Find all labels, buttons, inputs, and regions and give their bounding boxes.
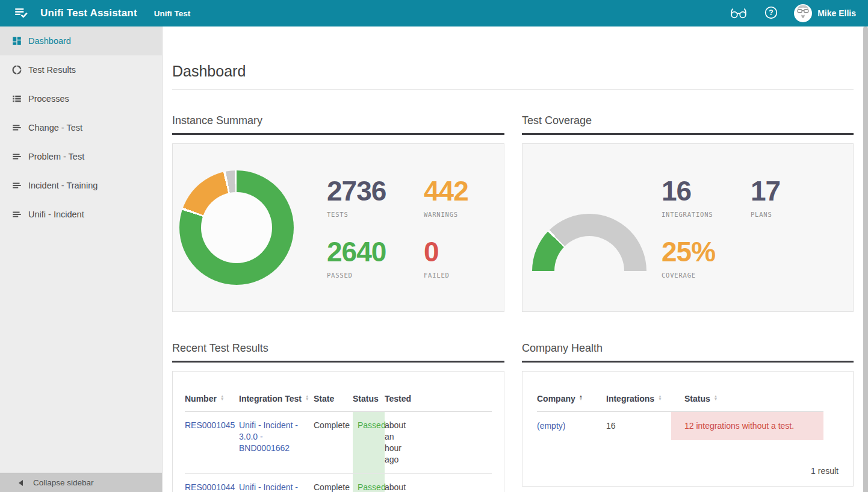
sidebar-item-label: Dashboard <box>28 36 71 46</box>
column-header-integration-test[interactable]: Integration Test▲▼ <box>239 388 314 412</box>
column-header-company[interactable]: Company▲▼ <box>537 388 606 412</box>
stat-plans: 17 PLANS <box>751 176 780 218</box>
section-title: Test Coverage <box>522 113 854 135</box>
main-content: Dashboard Instance Summary 2736 TESTS <box>163 26 863 492</box>
status-badge: Passed <box>353 412 385 474</box>
glasses-icon <box>729 5 748 22</box>
test-coverage-section: Test Coverage 16 INTEGRATIONS 17 PLANS <box>522 90 854 312</box>
column-header-status[interactable]: Status▲▼ <box>671 388 823 412</box>
user-name[interactable]: Mike Ellis <box>817 8 856 18</box>
sort-icon: ▲▼ <box>658 394 662 401</box>
integration-test-link[interactable]: Unifi - Incident - 3.0.0 - BND0001662 <box>239 420 298 453</box>
stat-value: 2640 <box>327 237 424 266</box>
stat-label: COVERAGE <box>662 272 751 279</box>
stat-failed: 0 FAILED <box>424 237 468 279</box>
svg-text:?: ? <box>769 8 773 17</box>
menu-toggle-button[interactable] <box>12 4 30 22</box>
stat-label: WARNINGS <box>424 211 468 218</box>
sort-asc-icon: ▲▼ <box>579 394 583 401</box>
column-header-number[interactable]: Number▲▼ <box>185 388 239 412</box>
help-button[interactable]: ? <box>764 5 778 22</box>
sidebar-item-processes[interactable]: Processes <box>0 84 162 113</box>
stat-passed: 2640 PASSED <box>327 237 424 279</box>
stat-value: 442 <box>424 176 468 205</box>
instance-summary-section: Instance Summary 2736 TESTS 442 WARNINGS <box>172 90 504 312</box>
stat-label: INTEGRATIONS <box>662 211 751 218</box>
collapse-label: Collapse sidebar <box>33 478 94 487</box>
recent-test-results-card: Number▲▼ Integration Test▲▼ State Status… <box>172 371 504 492</box>
result-number-link[interactable]: RES0001045 <box>185 420 235 430</box>
dashboard-grid: Instance Summary 2736 TESTS 442 WARNINGS <box>172 90 854 492</box>
donut-hole <box>201 192 272 263</box>
test-coverage-stats: 16 INTEGRATIONS 17 PLANS 25% COVERAGE <box>662 176 780 279</box>
company-health-table: Company▲▼ Integrations▲▼ Status▲▼ (empty… <box>537 388 823 440</box>
sidebar-item-unifi-incident[interactable]: Unifi - Incident <box>0 200 162 229</box>
sidebar-nav: Dashboard Test Results Processes <box>0 26 162 229</box>
collapse-arrow-icon <box>19 480 23 486</box>
stat-coverage: 25% COVERAGE <box>662 237 751 279</box>
column-header-state[interactable]: State <box>314 388 353 412</box>
sidebar-item-change-test[interactable]: Change - Test <box>0 113 162 142</box>
instance-summary-card: 2736 TESTS 442 WARNINGS 2640 PASSED 0 <box>172 143 504 312</box>
sidebar-item-dashboard[interactable]: Dashboard <box>0 26 162 55</box>
stat-value: 2736 <box>327 176 424 205</box>
vertical-scrollbar[interactable] <box>863 26 868 492</box>
section-title: Instance Summary <box>172 113 504 135</box>
document-lines-icon <box>11 151 23 163</box>
sidebar-item-label: Processes <box>28 94 69 104</box>
scrollbar-thumb[interactable] <box>863 26 868 492</box>
state-cell: Complete <box>314 474 353 492</box>
stat-value: 25% <box>662 237 751 266</box>
user-face-icon <box>794 4 812 22</box>
results-count: 1 result <box>537 466 839 476</box>
company-health-section: Company Health Company▲▼ Integrations▲▼ … <box>522 312 854 487</box>
sidebar: Dashboard Test Results Processes <box>0 26 163 492</box>
page-title: Dashboard <box>172 62 854 80</box>
sidebar-item-label: Test Results <box>28 65 76 75</box>
sidebar-item-problem-test[interactable]: Problem - Test <box>0 142 162 171</box>
test-coverage-card: 16 INTEGRATIONS 17 PLANS 25% COVERAGE <box>522 143 854 312</box>
column-header-status[interactable]: Status <box>353 388 385 412</box>
sidebar-item-test-results[interactable]: Test Results <box>0 55 162 84</box>
app-window: Unifi Test Assistant Unifi Test ? <box>0 0 868 492</box>
collapse-sidebar-button[interactable]: Collapse sidebar <box>0 473 162 492</box>
company-health-card: Company▲▼ Integrations▲▼ Status▲▼ (empty… <box>522 371 854 487</box>
table-row: (empty) 16 12 integrations without a tes… <box>537 412 823 441</box>
user-avatar[interactable] <box>794 4 812 22</box>
integration-test-link[interactable]: Unifi - Incident - <box>239 482 298 492</box>
stat-value: 17 <box>751 176 780 205</box>
table-row: RES0001045 Unifi - Incident - 3.0.0 - BN… <box>185 412 492 474</box>
sidebar-item-label: Problem - Test <box>28 152 84 161</box>
company-link[interactable]: (empty) <box>537 421 565 431</box>
list-icon <box>11 93 23 105</box>
dashboard-icon <box>11 35 23 47</box>
column-header-tested[interactable]: Tested <box>385 388 492 412</box>
sort-icon: ▲▼ <box>305 394 309 401</box>
menu-check-icon <box>13 5 29 22</box>
stat-value: 0 <box>424 237 468 266</box>
glasses-button[interactable] <box>729 5 748 22</box>
integrations-cell: 16 <box>606 412 671 441</box>
stat-label: TESTS <box>327 211 424 218</box>
column-header-integrations[interactable]: Integrations▲▼ <box>606 388 671 412</box>
instance-summary-stats: 2736 TESTS 442 WARNINGS 2640 PASSED 0 <box>327 176 468 279</box>
pie-chart-icon <box>11 64 23 76</box>
section-title: Company Health <box>522 341 854 363</box>
stat-tests: 2736 TESTS <box>327 176 424 218</box>
instance-summary-donut-chart <box>179 170 294 285</box>
sidebar-item-label: Incident - Training <box>28 181 98 190</box>
health-status-badge: 12 integrations without a test. <box>671 412 823 441</box>
tested-cell: about <box>385 474 492 492</box>
help-icon: ? <box>764 5 778 22</box>
result-number-link[interactable]: RES0001044 <box>185 482 235 492</box>
sort-icon: ▲▼ <box>714 394 718 401</box>
test-coverage-gauge-chart <box>532 214 646 271</box>
sidebar-item-label: Unifi - Incident <box>28 210 84 219</box>
sort-icon: ▲▼ <box>220 394 224 401</box>
document-lines-icon <box>11 208 23 220</box>
stat-label: PLANS <box>751 211 780 218</box>
sidebar-item-incident-training[interactable]: Incident - Training <box>0 171 162 200</box>
environment-name: Unifi Test <box>154 9 191 18</box>
table-row: RES0001044 Unifi - Incident - Complete P… <box>185 474 492 492</box>
sidebar-item-label: Change - Test <box>28 123 82 132</box>
